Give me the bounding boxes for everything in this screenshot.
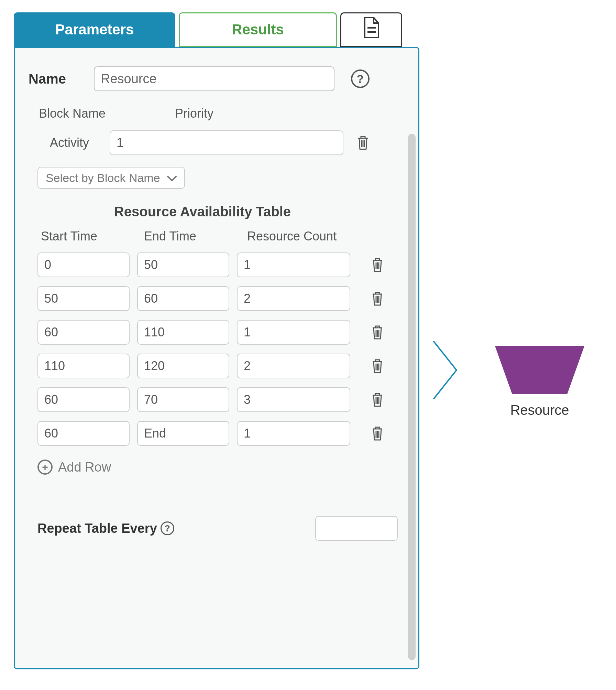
add-row-label: Add Row bbox=[58, 460, 111, 475]
help-icon[interactable]: ? bbox=[351, 69, 370, 88]
resource-count-input[interactable] bbox=[237, 320, 350, 345]
tab-parameters[interactable]: Parameters bbox=[14, 12, 175, 47]
table-row bbox=[37, 421, 405, 446]
trash-icon[interactable] bbox=[370, 391, 385, 408]
connector-arrow-icon bbox=[433, 341, 461, 401]
repeat-input[interactable] bbox=[315, 516, 398, 541]
svg-marker-23 bbox=[495, 346, 584, 394]
tab-parameters-label: Parameters bbox=[55, 21, 134, 38]
table-row bbox=[37, 354, 405, 378]
tab-document[interactable] bbox=[340, 12, 402, 47]
resource-count-input[interactable] bbox=[237, 252, 350, 277]
end-time-input[interactable] bbox=[137, 320, 229, 345]
header-block-name: Block Name bbox=[37, 106, 175, 121]
start-time-input[interactable] bbox=[37, 286, 130, 311]
start-time-input[interactable] bbox=[37, 252, 130, 277]
header-priority: Priority bbox=[175, 106, 312, 121]
trash-icon[interactable] bbox=[370, 257, 385, 273]
table-row bbox=[37, 286, 405, 311]
end-time-input[interactable] bbox=[137, 354, 229, 378]
trash-icon[interactable] bbox=[370, 324, 385, 341]
scrollbar[interactable] bbox=[408, 134, 416, 660]
trash-icon[interactable] bbox=[370, 290, 385, 307]
help-icon[interactable]: ? bbox=[161, 521, 174, 535]
resource-block-label: Resource bbox=[488, 402, 591, 418]
chevron-down-icon bbox=[167, 171, 177, 185]
table-row bbox=[37, 320, 405, 345]
activity-label: Activity bbox=[37, 136, 110, 150]
trash-icon[interactable] bbox=[370, 425, 385, 442]
col-start-time: Start Time bbox=[37, 229, 141, 244]
select-by-block-name[interactable]: Select by Block Name bbox=[37, 167, 185, 189]
select-block-label: Select by Block Name bbox=[46, 171, 160, 185]
start-time-input[interactable] bbox=[37, 421, 130, 446]
parameters-panel: Name ? Block Name Priority Activity bbox=[14, 47, 419, 669]
name-label: Name bbox=[29, 71, 84, 87]
table-title: Resource Availability Table bbox=[37, 204, 367, 219]
plus-icon: + bbox=[37, 460, 53, 475]
start-time-input[interactable] bbox=[37, 387, 130, 412]
end-time-input[interactable] bbox=[137, 387, 229, 412]
col-resource-count: Resource Count bbox=[244, 229, 361, 244]
end-time-input[interactable] bbox=[137, 421, 229, 446]
repeat-label: Repeat Table Every bbox=[37, 521, 157, 536]
resource-count-input[interactable] bbox=[237, 387, 350, 412]
priority-input[interactable] bbox=[110, 130, 343, 155]
end-time-input[interactable] bbox=[137, 252, 229, 277]
resource-count-input[interactable] bbox=[237, 421, 350, 446]
trash-icon[interactable] bbox=[370, 358, 385, 374]
tab-results-label: Results bbox=[232, 21, 284, 38]
resource-count-input[interactable] bbox=[237, 354, 350, 378]
col-end-time: End Time bbox=[141, 229, 244, 244]
resource-block-icon[interactable] bbox=[488, 343, 591, 398]
tab-results[interactable]: Results bbox=[179, 12, 337, 47]
document-icon bbox=[362, 17, 381, 42]
end-time-input[interactable] bbox=[137, 286, 229, 311]
add-row-button[interactable]: + Add Row bbox=[37, 460, 111, 475]
name-input[interactable] bbox=[94, 66, 334, 91]
trash-icon[interactable] bbox=[356, 134, 370, 151]
start-time-input[interactable] bbox=[37, 320, 130, 345]
table-row bbox=[37, 387, 405, 412]
start-time-input[interactable] bbox=[37, 354, 130, 378]
table-row bbox=[37, 252, 405, 277]
resource-count-input[interactable] bbox=[237, 286, 350, 311]
